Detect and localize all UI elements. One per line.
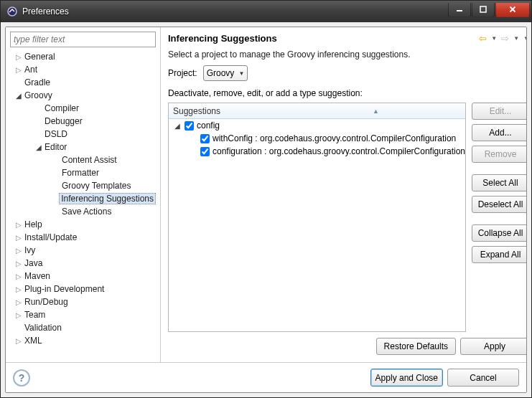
select-all-button[interactable]: Select All <box>472 174 526 191</box>
tree-collapse-icon[interactable]: ◢ <box>14 92 23 100</box>
tree-expand-icon[interactable]: ▷ <box>14 311 23 319</box>
suggestion-group-row[interactable]: ◢config <box>169 119 465 132</box>
forward-icon[interactable]: ⇨ <box>501 33 509 44</box>
tree-item[interactable]: Gradle <box>10 76 156 89</box>
tree-item[interactable]: ▷Java <box>10 257 156 270</box>
suggestion-checkbox[interactable] <box>200 134 210 143</box>
tree-item[interactable]: Save Actions <box>10 205 156 218</box>
app-icon <box>6 6 18 17</box>
view-menu-icon[interactable]: ▼ <box>523 35 526 42</box>
tree-item[interactable]: ▷Install/Update <box>10 231 156 244</box>
suggestions-header[interactable]: Suggestions ▲ <box>169 103 465 119</box>
tree-item-label: Ant <box>23 65 39 75</box>
lower-buttons: Restore Defaults Apply <box>168 332 526 358</box>
tree-item-label: XML <box>23 336 44 346</box>
tree-item-label: DSLD <box>43 129 69 139</box>
tree-item-label: Gradle <box>23 77 52 87</box>
filter-input[interactable] <box>10 32 156 47</box>
add-button[interactable]: Add... <box>472 124 526 141</box>
svg-rect-2 <box>480 6 486 12</box>
suggestion-label: withConfig : org.codehaus.groovy.control… <box>213 133 456 143</box>
tree-expand-icon[interactable]: ▷ <box>14 260 23 267</box>
project-combo[interactable]: Groovy ▼ <box>203 65 248 81</box>
tree-expand-icon[interactable]: ▷ <box>14 221 23 229</box>
tree-item[interactable]: ▷Ivy <box>10 244 156 257</box>
restore-defaults-button[interactable]: Restore Defaults <box>376 338 456 355</box>
forward-menu-icon[interactable]: ▼ <box>513 35 519 42</box>
tree-item-label: Compiler <box>43 103 80 113</box>
project-value: Groovy <box>207 68 235 78</box>
tree-expand-icon[interactable]: ▷ <box>14 337 23 345</box>
main-split: ▷General▷AntGradle◢GroovyCompilerDebugge… <box>6 27 526 362</box>
tree-expand-icon[interactable]: ▷ <box>14 273 23 280</box>
chevron-down-icon: ▼ <box>238 70 244 77</box>
tree-item-label: Save Actions <box>60 207 113 217</box>
apply-and-close-button[interactable]: Apply and Close <box>370 369 443 387</box>
apply-button[interactable]: Apply <box>460 338 526 355</box>
tree-item[interactable]: ▷XML <box>10 334 156 347</box>
tree-item[interactable]: ▷Maven <box>10 270 156 283</box>
edit-button[interactable]: Edit... <box>472 103 526 120</box>
tree-item[interactable]: Validation <box>10 321 156 334</box>
preferences-window: Preferences ▷General▷AntGradle◢GroovyCom… <box>0 0 532 398</box>
window-title: Preferences <box>22 6 447 16</box>
tree-item[interactable]: ◢Editor <box>10 141 156 153</box>
suggestions-table[interactable]: Suggestions ▲ ◢configwithConfig : org.co… <box>168 103 466 332</box>
tree-expand-icon[interactable]: ▷ <box>14 66 23 74</box>
tree-item[interactable]: Content Assist <box>10 153 156 166</box>
right-pane: Inferencing Suggestions ⇦ ▼ ⇨ ▼ ▼ Select… <box>161 27 526 362</box>
suggestions-body[interactable]: ◢configwithConfig : org.codehaus.groovy.… <box>169 119 465 331</box>
close-button[interactable] <box>495 3 530 17</box>
tree-collapse-icon[interactable]: ◢ <box>34 143 43 151</box>
tree-item-label: Formatter <box>60 168 101 178</box>
tree-item[interactable]: Groovy Templates <box>10 179 156 192</box>
dialog-body: ▷General▷AntGradle◢GroovyCompilerDebugge… <box>5 27 527 393</box>
tree-expand-icon[interactable]: ▷ <box>14 53 23 61</box>
suggestion-checkbox[interactable] <box>200 147 210 156</box>
tree-expand-icon[interactable]: ▷ <box>14 234 23 242</box>
tree-item[interactable]: ▷Help <box>10 218 156 231</box>
tree-item[interactable]: ◢Groovy <box>10 89 156 102</box>
left-pane: ▷General▷AntGradle◢GroovyCompilerDebugge… <box>6 27 161 362</box>
tree-item[interactable]: Formatter <box>10 166 156 179</box>
tree-item-label: Install/Update <box>23 232 78 242</box>
tree-expand-icon[interactable]: ▷ <box>14 285 23 293</box>
tree-expand-icon[interactable]: ▷ <box>14 247 23 255</box>
tree-item-label: Groovy Templates <box>60 181 133 191</box>
preferences-tree[interactable]: ▷General▷AntGradle◢GroovyCompilerDebugge… <box>10 50 156 358</box>
titlebar[interactable]: Preferences <box>1 1 531 22</box>
tree-item[interactable]: ▷Plug-in Development <box>10 283 156 295</box>
suggestion-checkbox[interactable] <box>185 121 194 131</box>
remove-button[interactable]: Remove <box>472 146 526 163</box>
page-description: Select a project to manage the Groovy in… <box>168 49 526 60</box>
back-menu-icon[interactable]: ▼ <box>491 35 497 42</box>
minimize-button[interactable] <box>448 3 471 17</box>
tree-item[interactable]: Debugger <box>10 115 156 128</box>
footer: ? Apply and Close Cancel <box>6 362 526 392</box>
cancel-button[interactable]: Cancel <box>447 369 519 387</box>
tree-item-label: Debugger <box>43 116 84 126</box>
tree-item[interactable]: DSLD <box>10 128 156 141</box>
page-header: Inferencing Suggestions ⇦ ▼ ⇨ ▼ ▼ <box>168 33 526 44</box>
tree-item[interactable]: Compiler <box>10 102 156 115</box>
svg-point-0 <box>8 7 17 16</box>
tree-item[interactable]: ▷Team <box>10 308 156 321</box>
back-icon[interactable]: ⇦ <box>479 33 487 44</box>
tree-item[interactable]: Inferencing Suggestions <box>10 192 156 205</box>
suggestion-item-row[interactable]: withConfig : org.codehaus.groovy.control… <box>169 132 465 145</box>
tree-expand-icon[interactable]: ▷ <box>14 298 23 306</box>
tree-item-label: General <box>23 52 57 62</box>
tree-item-label: Run/Debug <box>23 297 70 307</box>
maximize-button[interactable] <box>472 3 495 17</box>
tree-item[interactable]: ▷Ant <box>10 63 156 76</box>
tree-collapse-icon[interactable]: ◢ <box>173 122 182 130</box>
help-icon[interactable]: ? <box>13 369 30 387</box>
expand-all-button[interactable]: Expand All <box>472 246 526 263</box>
tree-item[interactable]: ▷General <box>10 50 156 63</box>
sort-indicator-icon: ▲ <box>373 108 379 115</box>
collapse-all-button[interactable]: Collapse All <box>472 224 526 242</box>
tree-item[interactable]: ▷Run/Debug <box>10 295 156 308</box>
deselect-all-button[interactable]: Deselect All <box>472 196 526 213</box>
suggestion-item-row[interactable]: configuration : org.codehaus.groovy.cont… <box>169 145 465 158</box>
project-row: Project: Groovy ▼ <box>168 65 526 81</box>
